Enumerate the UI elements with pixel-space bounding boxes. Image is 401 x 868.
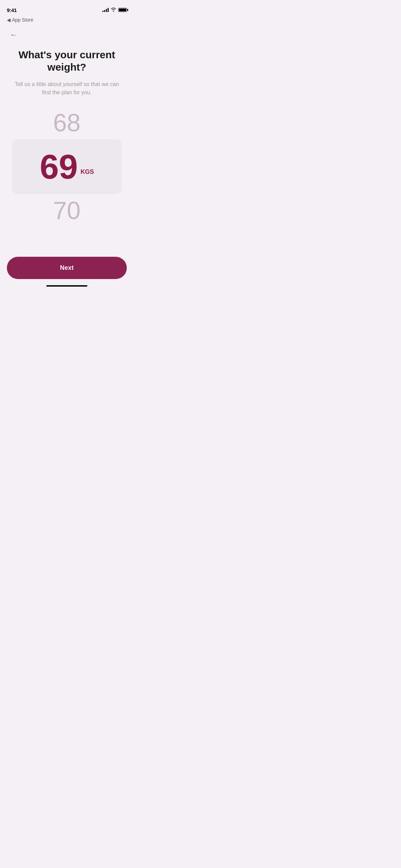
status-time: 9:41 — [7, 7, 17, 13]
back-button[interactable]: ← — [7, 28, 21, 42]
next-button-container: Next — [7, 257, 127, 279]
page-title: What's your current weight? — [10, 49, 123, 73]
status-icons — [102, 8, 127, 13]
main-content: What's your current weight? Tell us a li… — [0, 42, 134, 97]
status-bar: 9:41 — [0, 0, 134, 15]
signal-icon — [102, 8, 109, 12]
weight-below: 70 — [53, 198, 81, 223]
home-indicator — [46, 285, 87, 287]
weight-unit: KGS — [81, 168, 94, 176]
app-store-nav: ◀ App Store — [0, 15, 134, 23]
weight-selected-value: 69 — [40, 149, 78, 184]
next-button[interactable]: Next — [7, 257, 127, 279]
battery-icon — [118, 8, 127, 12]
page-subtitle: Tell us a little about yourself so that … — [10, 80, 123, 97]
weight-selected-container[interactable]: 69 KGS — [12, 139, 122, 194]
wifi-icon — [111, 8, 116, 13]
weight-above: 68 — [53, 110, 81, 135]
app-store-back[interactable]: ◀ App Store — [7, 17, 33, 23]
weight-picker[interactable]: 68 69 KGS 70 — [0, 110, 134, 223]
